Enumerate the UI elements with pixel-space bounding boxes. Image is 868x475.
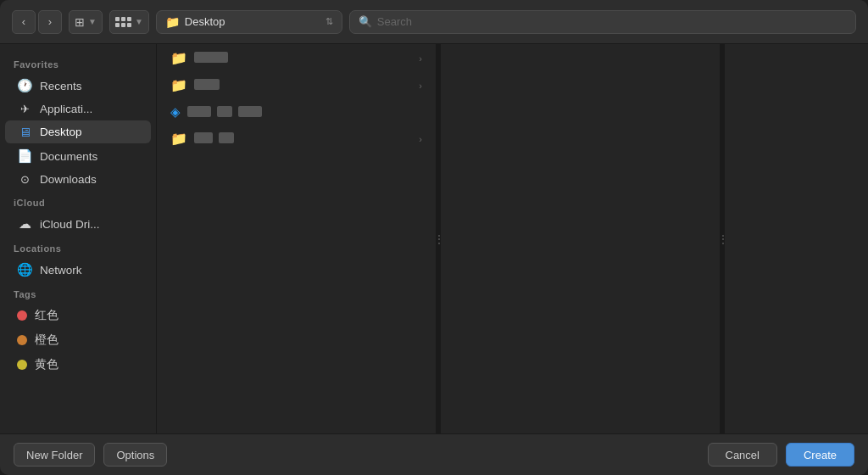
chevron-icon-1: › — [419, 53, 422, 64]
file-name-4 — [194, 132, 412, 145]
tag-orange-dot — [17, 335, 27, 345]
sidebar-item-documents-label: Documents — [40, 150, 97, 163]
blurred-name-3a — [187, 106, 211, 117]
column-view-icon: ⊞ — [75, 15, 85, 29]
main-area: Favorites 🕐 Recents ✈ Applicati... 🖥 Des… — [0, 44, 868, 433]
folder-icon-2: 📁 — [170, 77, 187, 93]
blurred-name-3c — [238, 106, 262, 117]
icloud-label: iCloud — [0, 191, 156, 211]
desktop-icon: 🖥 — [17, 125, 32, 139]
finder-window: ‹ › ⊞ ▼ ▼ 📁 Desktop ⇅ 🔍 Favorites — [0, 0, 868, 475]
sidebar-item-desktop[interactable]: 🖥 Desktop — [5, 120, 151, 143]
sidebar-item-recents-label: Recents — [40, 80, 82, 92]
applications-icon: ✈ — [17, 103, 32, 115]
network-icon: 🌐 — [17, 262, 32, 277]
blurred-name-3b — [217, 106, 232, 117]
vscode-icon: ◈ — [170, 104, 181, 120]
forward-button[interactable]: › — [38, 10, 62, 34]
sidebar: Favorites 🕐 Recents ✈ Applicati... 🖥 Des… — [0, 44, 157, 433]
file-item-2[interactable]: 📁 › — [160, 72, 432, 98]
tag-yellow-dot — [17, 360, 27, 370]
chevron-icon-2: › — [419, 81, 422, 91]
options-button[interactable]: Options — [103, 443, 167, 467]
bottom-bar: New Folder Options Cancel Create — [0, 433, 868, 475]
toolbar: ‹ › ⊞ ▼ ▼ 📁 Desktop ⇅ 🔍 — [0, 0, 868, 44]
search-bar[interactable]: 🔍 — [349, 10, 856, 34]
location-folder-icon: 📁 — [165, 15, 180, 29]
sidebar-item-tag-orange-label: 橙色 — [35, 332, 58, 348]
sidebar-item-applications-label: Applicati... — [40, 103, 92, 115]
sidebar-item-tag-yellow[interactable]: 黄色 — [5, 353, 151, 377]
create-button[interactable]: Create — [786, 443, 854, 467]
locations-label: Locations — [0, 237, 156, 257]
grid-view-button[interactable]: ▼ — [109, 10, 149, 34]
sidebar-item-tag-red-label: 红色 — [35, 308, 58, 323]
search-icon: 🔍 — [359, 15, 372, 28]
new-folder-button[interactable]: New Folder — [14, 443, 95, 467]
file-name-3 — [187, 106, 422, 119]
nav-buttons: ‹ › — [12, 10, 62, 34]
column-pane-3 — [725, 44, 868, 433]
sidebar-item-recents[interactable]: 🕐 Recents — [5, 74, 151, 98]
sidebar-item-tag-orange[interactable]: 橙色 — [5, 328, 151, 352]
back-button[interactable]: ‹ — [12, 10, 36, 34]
column-pane-1: 📁 › 📁 › ◈ — [157, 44, 437, 433]
sidebar-item-desktop-label: Desktop — [40, 126, 82, 138]
sidebar-item-downloads-label: Downloads — [40, 173, 97, 186]
favorites-label: Favorites — [0, 53, 156, 73]
grid-dots-icon — [115, 17, 131, 27]
sidebar-item-network[interactable]: 🌐 Network — [5, 258, 151, 282]
blurred-name-4b — [219, 132, 234, 143]
location-arrows-icon: ⇅ — [326, 16, 333, 27]
location-bar[interactable]: 📁 Desktop ⇅ — [156, 10, 342, 34]
blurred-name-4a — [194, 132, 213, 143]
sidebar-item-documents[interactable]: 📄 Documents — [5, 144, 151, 168]
recents-icon: 🕐 — [17, 78, 32, 93]
column-pane-2 — [441, 44, 721, 433]
sidebar-item-network-label: Network — [40, 264, 82, 277]
sidebar-item-tag-red[interactable]: 红色 — [5, 304, 151, 327]
sidebar-item-icloud-label: iCloud Dri... — [40, 218, 100, 231]
sidebar-item-downloads[interactable]: ⊙ Downloads — [5, 169, 151, 190]
sidebar-item-icloud-drive[interactable]: ☁ iCloud Dri... — [5, 212, 151, 236]
blurred-name-1 — [194, 52, 228, 63]
folder-icon-1: 📁 — [170, 50, 187, 66]
tag-red-dot — [17, 310, 27, 321]
blurred-name-2 — [194, 79, 220, 90]
chevron-icon-4: › — [419, 134, 422, 144]
file-name-2 — [194, 79, 412, 92]
location-label: Desktop — [185, 15, 320, 28]
file-item-1[interactable]: 📁 › — [160, 45, 432, 71]
content-area: 📁 › 📁 › ◈ — [157, 44, 868, 433]
sidebar-item-tag-yellow-label: 黄色 — [35, 357, 58, 372]
file-name-1 — [194, 52, 412, 64]
search-input[interactable] — [377, 15, 847, 28]
downloads-icon: ⊙ — [17, 173, 32, 186]
file-item-3[interactable]: ◈ — [160, 99, 432, 125]
folder-icon-4: 📁 — [170, 131, 187, 147]
tags-label: Tags — [0, 282, 156, 303]
icloud-drive-icon: ☁ — [17, 216, 32, 232]
sidebar-item-applications[interactable]: ✈ Applicati... — [5, 98, 151, 120]
grid-chevron-icon: ▼ — [135, 17, 143, 26]
view-chevron-icon: ▼ — [88, 17, 97, 26]
documents-icon: 📄 — [17, 148, 32, 164]
file-item-4[interactable]: 📁 › — [160, 126, 432, 152]
cancel-button[interactable]: Cancel — [708, 443, 777, 467]
column-view-button[interactable]: ⊞ ▼ — [69, 10, 103, 34]
